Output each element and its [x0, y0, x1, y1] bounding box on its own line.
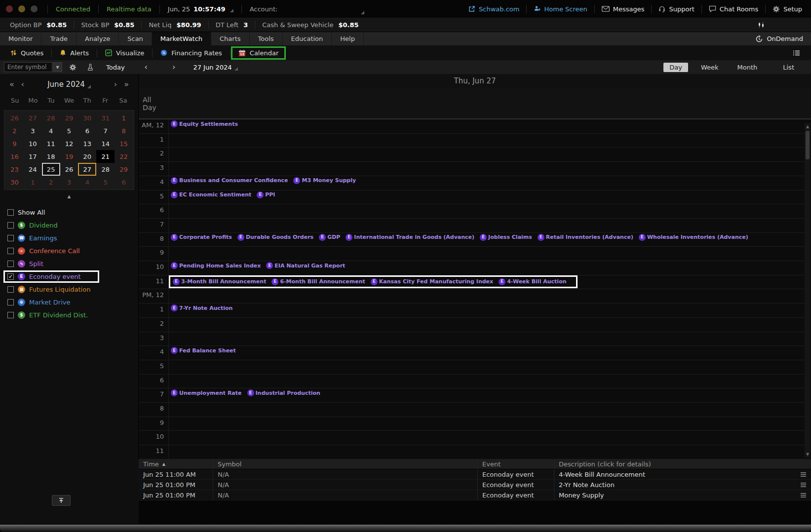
next-year-button[interactable]: »	[120, 80, 132, 88]
view-button-week[interactable]: Week	[695, 63, 725, 72]
mini-calendar-day-8[interactable]: 8	[115, 124, 133, 137]
mini-calendar-day-30[interactable]: 30	[78, 112, 96, 124]
mini-calendar-day-23[interactable]: 23	[5, 163, 24, 176]
filter-dividend[interactable]: $Dividend	[5, 221, 60, 230]
mini-calendar-day-28[interactable]: 28	[96, 163, 115, 176]
checkbox[interactable]	[7, 235, 14, 241]
event-6-month-bill-announcement[interactable]: E6-Month Bill Announcement	[271, 278, 365, 285]
mini-calendar-collapse-handle[interactable]: ▲	[4, 190, 134, 200]
toplink-schwab-com[interactable]: Schwab.com	[465, 5, 522, 13]
filter-market-drive[interactable]: ⊕Market Drive	[5, 298, 73, 307]
mini-calendar-day-9[interactable]: 9	[5, 137, 24, 150]
subtab-financing-rates[interactable]: Financing Rates	[154, 47, 229, 59]
event-kansas-city-fed-manufacturing-index[interactable]: EKansas City Fed Manufacturing Index	[371, 278, 493, 285]
previous-day-button[interactable]: ‹	[134, 63, 158, 71]
mini-calendar-day-6[interactable]: 6	[115, 176, 133, 189]
subtab-calendar[interactable]: 12Calendar	[232, 47, 285, 59]
calendar-scrollbar[interactable]: ▲ ▼	[805, 123, 811, 457]
subtab-quotes[interactable]: Quotes	[4, 47, 50, 59]
tab-analyze[interactable]: Analyze	[77, 32, 119, 45]
tab-monitor[interactable]: Monitor	[0, 32, 41, 45]
toplink-support[interactable]: Support	[656, 5, 697, 13]
subtab-visualize[interactable]: Visualize	[99, 47, 151, 59]
mini-calendar-day-13[interactable]: 13	[78, 137, 96, 150]
checkbox[interactable]	[7, 312, 14, 318]
previous-month-button[interactable]: ‹	[18, 80, 28, 88]
ondemand-button[interactable]: OnDemand	[747, 32, 811, 45]
event-durable-goods-orders[interactable]: EDurable Goods Orders	[237, 234, 313, 241]
mini-calendar-day-28[interactable]: 28	[42, 112, 60, 124]
mini-calendar-day-17[interactable]: 17	[24, 150, 42, 163]
mini-calendar-day-1[interactable]: 1	[115, 112, 133, 124]
mini-calendar-day-24[interactable]: 24	[24, 163, 42, 176]
row-menu-icon[interactable]	[800, 472, 807, 477]
tab-marketwatch[interactable]: MarketWatch	[152, 32, 211, 45]
mini-calendar-day-11[interactable]: 11	[42, 137, 60, 150]
event-unemployment-rate[interactable]: EUnemployment Rate	[171, 389, 242, 396]
row-menu-icon[interactable]	[800, 482, 807, 488]
mini-calendar-day-15[interactable]: 15	[115, 137, 133, 150]
mini-calendar-day-14[interactable]: 14	[96, 137, 115, 150]
event-corporate-profits[interactable]: ECorporate Profits	[171, 234, 232, 241]
event-fed-balance-sheet[interactable]: EFed Balance Sheet	[171, 347, 236, 354]
mini-calendar-day-30[interactable]: 30	[5, 176, 24, 189]
event-3-month-bill-announcement[interactable]: E3-Month Bill Announcement	[173, 278, 266, 285]
event-equity-settlements[interactable]: EEquity Settlements	[171, 120, 238, 127]
datetime-display[interactable]: Jun, 25 10:57:49	[165, 5, 236, 13]
checkbox-checked[interactable]: ✓	[7, 273, 14, 280]
event-gdp[interactable]: EGDP	[319, 234, 340, 241]
mini-calendar-day-29[interactable]: 29	[60, 112, 78, 124]
current-date-dropdown[interactable]: 27 Jun 2024	[189, 64, 237, 71]
event-industrial-production[interactable]: EIndustrial Production	[247, 389, 320, 396]
event-ppi[interactable]: EPPI	[257, 191, 275, 198]
mini-calendar-day-29[interactable]: 29	[115, 163, 133, 176]
mini-calendar-day-12[interactable]: 12	[60, 137, 78, 150]
event-eia-natural-gas-report[interactable]: EEIA Natural Gas Report	[266, 262, 345, 269]
mini-calendar-day-25-today[interactable]: 25	[42, 163, 60, 176]
chart-candle-icon[interactable]	[758, 22, 765, 28]
mini-calendar-day-27-selected[interactable]: 27	[78, 163, 96, 176]
toplink-setup[interactable]: Setup	[770, 5, 805, 13]
event-m3-money-supply[interactable]: EM3 Money Supply	[293, 177, 356, 184]
mini-calendar-day-2[interactable]: 2	[5, 124, 24, 137]
next-month-button[interactable]: ›	[111, 80, 120, 88]
checkbox[interactable]	[7, 248, 14, 254]
settings-gear-icon[interactable]	[65, 64, 80, 71]
event-ec-economic-sentiment[interactable]: EEC Economic Sentiment	[171, 191, 251, 198]
scroll-up-icon[interactable]: ▲	[806, 123, 809, 130]
filter-futures-liquidation[interactable]: ▦Futures Liquidation	[5, 285, 93, 294]
view-button-month[interactable]: Month	[732, 63, 764, 72]
event-4-week-bill-auction[interactable]: E4-Week Bill Auction	[499, 278, 566, 285]
column-header-description[interactable]: Description (click for details)	[554, 459, 811, 469]
window-minimize-button[interactable]	[18, 5, 25, 12]
scrollbar-thumb[interactable]	[806, 131, 810, 159]
mini-calendar-day-3[interactable]: 3	[24, 124, 42, 137]
tab-scan[interactable]: Scan	[119, 32, 152, 45]
mini-calendar-day-26[interactable]: 26	[5, 112, 24, 124]
mini-calendar-day-7[interactable]: 7	[96, 124, 115, 137]
toplink-home-screen[interactable]: Home Screen	[531, 5, 590, 13]
mini-calendar-day-20[interactable]: 20	[78, 150, 96, 163]
checkbox[interactable]	[7, 286, 14, 293]
account-selector-dropdown[interactable]	[283, 3, 364, 15]
flask-icon[interactable]	[83, 64, 97, 71]
event-business-and-consumer-confidence[interactable]: EBusiness and Consumer Confidence	[171, 177, 288, 184]
subtab-alerts[interactable]: Alerts	[53, 47, 95, 59]
filter-econoday-event[interactable]: ✓EEconoday event	[5, 272, 98, 281]
mini-calendar-day-4[interactable]: 4	[42, 124, 60, 137]
row-menu-icon[interactable]	[800, 493, 807, 498]
today-button[interactable]: Today	[100, 63, 131, 72]
event-pending-home-sales-index[interactable]: EPending Home Sales Index	[171, 262, 261, 269]
tab-trade[interactable]: Trade	[41, 32, 77, 45]
mini-calendar-day-5[interactable]: 5	[96, 176, 115, 189]
mini-calendar-day-5[interactable]: 5	[60, 124, 78, 137]
mini-calendar-day-3[interactable]: 3	[60, 176, 78, 189]
previous-year-button[interactable]: «	[6, 80, 18, 88]
checkbox[interactable]	[7, 261, 14, 267]
mini-calendar-day-26[interactable]: 26	[60, 163, 78, 176]
column-header-event[interactable]: Event	[478, 459, 554, 469]
column-header-time[interactable]: Time▲	[139, 459, 213, 469]
next-day-button[interactable]: ›	[161, 63, 186, 71]
filter-etf-dividend-dist[interactable]: $ETF Dividend Dist.	[5, 310, 90, 320]
event-wholesale-inventories-advance[interactable]: EWholesale Inventories (Advance)	[639, 234, 748, 241]
